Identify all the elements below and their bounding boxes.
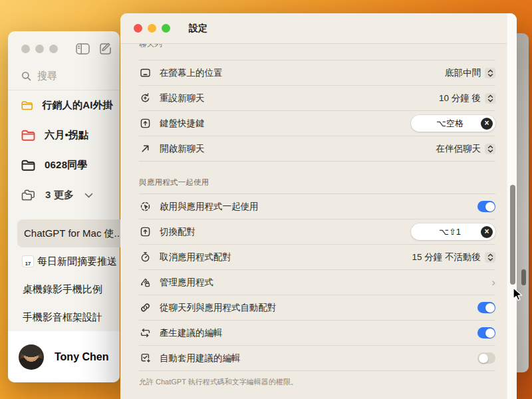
setting-row-auto-apply-edits: 自動套用建議的編輯 <box>139 345 495 370</box>
setting-row-auto-pair: 從聊天列與應用程式自動配對 <box>139 295 495 320</box>
sidebar-item-folder-2[interactable]: 六月•拐點 <box>8 120 120 150</box>
notes-sidebar-window: 搜尋 行銷人的AI外掛 六月•拐點 0628同學 <box>8 31 120 382</box>
section-header-use-with-apps: 與應用程式一起使用 <box>139 178 495 188</box>
keycap-icon <box>139 226 151 238</box>
folder-icon <box>21 130 35 141</box>
stepper-button[interactable] <box>485 68 495 78</box>
shortcut-field[interactable]: ⌥空格 × <box>411 115 495 132</box>
minimize-button[interactable] <box>148 24 156 33</box>
minimize-button[interactable] <box>35 45 44 53</box>
settings-content: 聊天列 在螢幕上的位置 底部中間 <box>120 44 507 399</box>
search-icon <box>21 71 31 81</box>
dock-position-icon <box>139 67 151 79</box>
background-window-scrollbar-thumb[interactable] <box>521 269 526 285</box>
toggle-auto-apply-edits[interactable] <box>477 352 495 364</box>
folder-icon <box>21 100 33 111</box>
setting-row-open-new-chat: 開啟新聊天 在伴侶聊天 <box>139 136 495 161</box>
list-item-note[interactable]: 17 每日新聞摘要推送 <box>8 247 120 275</box>
settings-group-chat-bar: 在螢幕上的位置 底部中間 <box>139 60 495 162</box>
repeat-rect-icon <box>139 327 151 339</box>
setting-row-enable-with-apps: 啟用與應用程式一起使用 <box>139 194 495 219</box>
stacked-folders-icon <box>21 189 36 201</box>
setting-row-manage-apps[interactable]: 管理應用程式 › <box>139 269 495 295</box>
reset-timer-icon <box>139 92 151 104</box>
window-title: 設定 <box>189 23 207 35</box>
list-item-note[interactable]: 手機影音框架設計 <box>8 303 120 331</box>
footnote: 允許 ChatGPT 執行程式碼和文字編輯器的權限。 <box>139 377 495 387</box>
setting-row-screen-position: 在螢幕上的位置 底部中間 <box>139 61 495 85</box>
shortcut-field[interactable]: ⌥⇧1 × <box>411 223 495 240</box>
sidebar-item-folder-1[interactable]: 行銷人的AI外掛 <box>8 90 120 120</box>
list-item-note[interactable]: 桌機錄影手機比例 <box>8 275 120 303</box>
keycap-icon <box>139 118 151 130</box>
close-button[interactable] <box>134 24 142 33</box>
calendar-icon: 17 <box>23 256 33 267</box>
stepper-button[interactable] <box>485 252 495 263</box>
section-header-chat-bar: 聊天列 <box>139 44 495 49</box>
avatar <box>19 344 44 370</box>
app-pairing-icon <box>139 201 151 213</box>
desktop-wallpaper: 搜尋 行銷人的AI外掛 六月•拐點 0628同學 <box>0 0 532 399</box>
user-footer[interactable]: Tony Chen <box>8 331 120 382</box>
setting-row-unpair-apps: 取消應用程式配對 15 分鐘 不活動後 <box>139 244 495 269</box>
compose-icon[interactable] <box>99 43 112 55</box>
check-square-icon <box>139 352 151 364</box>
selected-highlight: ChatGPT for Mac 使... <box>17 219 122 247</box>
user-name: Tony Chen <box>55 351 108 363</box>
folder-icon <box>21 160 35 171</box>
scrollbar-track[interactable] <box>507 13 517 399</box>
pencil-lock-icon <box>139 277 151 289</box>
zoom-button[interactable] <box>49 45 58 53</box>
list-item-note-selected[interactable]: ChatGPT for Mac 使... <box>8 219 120 247</box>
setting-row-generate-edits: 產生建議的編輯 <box>139 320 495 345</box>
stepper-button[interactable] <box>485 144 495 154</box>
link-icon <box>139 302 151 314</box>
search-input[interactable]: 搜尋 <box>8 67 120 90</box>
stepper-button[interactable] <box>485 93 495 104</box>
background-window-edge <box>517 33 529 372</box>
clear-shortcut-button[interactable]: × <box>481 226 493 238</box>
settings-titlebar[interactable]: 設定 <box>120 13 517 44</box>
clear-shortcut-button[interactable]: × <box>481 118 493 130</box>
zoom-button[interactable] <box>162 24 170 33</box>
arrow-up-right-icon <box>139 143 151 155</box>
sidebar-item-more-folders[interactable]: 3 更多 <box>8 180 120 210</box>
sidebar-item-folder-3[interactable]: 0628同學 <box>8 150 120 180</box>
setting-row-reset-new-chat: 重設新聊天 10 分鐘 後 <box>139 85 495 110</box>
settings-window: 設定 聊天列 在螢幕上的位置 底部中間 <box>120 13 517 399</box>
search-placeholder: 搜尋 <box>37 70 57 82</box>
setting-row-keyboard-shortcut: 鍵盤快捷鍵 ⌥空格 × <box>139 110 495 136</box>
toggle-enable-with-apps[interactable] <box>477 201 495 212</box>
timer-icon <box>139 251 151 263</box>
sidebar-toggle-icon[interactable] <box>76 43 90 55</box>
chevron-down-icon <box>84 193 93 198</box>
chevron-right-icon: › <box>491 277 495 288</box>
settings-group-use-with-apps: 啟用與應用程式一起使用 切換配對 ⌥⇧1 <box>139 194 495 371</box>
toggle-generate-edits[interactable] <box>477 327 495 338</box>
close-button[interactable] <box>21 45 30 53</box>
toggle-auto-pair[interactable] <box>477 302 495 313</box>
scrollbar-thumb[interactable] <box>510 185 515 285</box>
sidebar-titlebar <box>8 31 120 66</box>
setting-row-toggle-pairing: 切換配對 ⌥⇧1 × <box>139 219 495 244</box>
